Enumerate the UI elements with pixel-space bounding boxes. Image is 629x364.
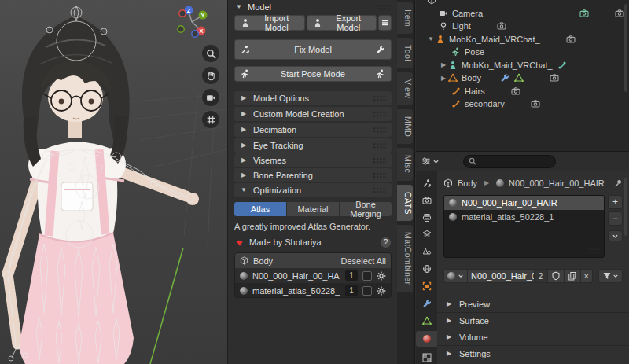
filter-button[interactable] [598, 269, 623, 283]
outliner-row-hairs[interactable]: Hairs [416, 85, 629, 98]
tab-texture[interactable] [416, 351, 437, 364]
tab-modifiers[interactable] [416, 297, 437, 310]
breadcrumb-object[interactable]: Body [458, 178, 477, 188]
material-slot-row[interactable]: material_atlas_50228_1 [444, 210, 604, 224]
material-slot-row[interactable]: N00_000_Hair_00_HAIR [444, 196, 604, 210]
material-checkbox[interactable] [362, 271, 372, 281]
section-bone-parenting[interactable]: ▶Bone Parenting [234, 168, 392, 182]
sidebar-tab-item[interactable]: Item [397, 2, 413, 34]
outliner-row-pose[interactable]: Pose [416, 46, 629, 59]
import-model-button[interactable]: Import Model [234, 15, 305, 31]
editor-type-button[interactable] [421, 156, 440, 166]
section-volume[interactable]: ▶Volume [437, 329, 629, 345]
outliner-row-armature-data[interactable]: ▶ MobKo_Maid_VRChat_ [416, 59, 629, 72]
export-model-button[interactable]: Export Model [307, 15, 377, 31]
help-button[interactable]: ? [380, 237, 392, 248]
disable-render-toggle[interactable] [531, 99, 540, 108]
search-box[interactable] [463, 155, 556, 168]
expand-arrow-icon[interactable]: ▶ [439, 61, 448, 68]
sidebar-tab-matcombiner[interactable]: MatCombiner [397, 225, 413, 292]
hide-viewport-toggle[interactable] [535, 73, 544, 83]
hide-viewport-toggle[interactable] [496, 86, 506, 96]
atlas-size-field[interactable]: 1 [345, 285, 358, 296]
gear-icon[interactable] [377, 286, 386, 296]
section-settings[interactable]: ▶Settings [437, 345, 629, 362]
material-checkbox[interactable] [362, 286, 372, 296]
section-custom-model-creation[interactable]: ▶Custom Model Creation [234, 107, 392, 121]
funnel-icon [602, 271, 612, 281]
tab-material[interactable]: Material [287, 202, 339, 216]
section-model-options[interactable]: ▶Model Options [234, 91, 392, 105]
tab-world[interactable] [416, 263, 437, 275]
material-users-count[interactable]: 2 [535, 269, 548, 283]
material-row[interactable]: material_atlas_50228_1 1 [235, 283, 391, 298]
section-eye-tracking[interactable]: ▶Eye Tracking [234, 138, 392, 153]
pan-button[interactable] [202, 67, 219, 84]
tab-output[interactable] [416, 211, 437, 224]
toggle-overlays-button[interactable] [202, 111, 219, 128]
sidebar-tab-cats[interactable]: CATS [397, 185, 413, 222]
hide-viewport-toggle[interactable] [482, 21, 491, 31]
outliner-row-armature[interactable]: ▼ MobKo_Maid_VRChat_ [416, 33, 629, 46]
camera-view-button[interactable] [202, 89, 219, 106]
outliner-scrollbar[interactable] [624, 4, 627, 92]
section-optimization[interactable]: ▼Optimization [234, 183, 392, 197]
disable-render-toggle[interactable] [497, 21, 506, 31]
sidebar-tab-misc[interactable]: Misc [397, 148, 413, 180]
sidebar-tab-view[interactable]: View [397, 72, 413, 105]
tab-scene[interactable] [416, 245, 437, 258]
section-preview[interactable]: ▶Preview [437, 296, 629, 312]
outliner-row-body[interactable]: ▶ Body [416, 72, 629, 85]
expand-arrow-icon[interactable]: ▶ [439, 75, 448, 82]
disable-render-toggle[interactable] [550, 73, 559, 83]
tab-object-data[interactable] [416, 314, 437, 327]
tab-atlas[interactable]: Atlas [234, 202, 286, 216]
unlink-material-button[interactable]: × [581, 269, 593, 283]
tab-object[interactable] [416, 280, 437, 292]
deselect-all-button[interactable]: Deselect All [341, 256, 386, 266]
atlas-size-field[interactable]: 1 [345, 270, 358, 281]
expand-arrow-icon[interactable]: ▼ [426, 35, 436, 42]
tab-tool[interactable] [416, 177, 437, 189]
list-resize-grip[interactable] [587, 248, 601, 255]
hide-viewport-toggle[interactable] [516, 99, 525, 108]
remove-slot-button[interactable]: − [608, 211, 623, 226]
search-input[interactable] [480, 156, 545, 166]
armature-data-icon [448, 61, 458, 70]
zoom-button[interactable] [202, 45, 219, 62]
section-visemes[interactable]: ▶Visemes [234, 153, 392, 167]
sidebar-tab-mmd[interactable]: MMD [397, 109, 413, 144]
hide-viewport-toggle[interactable] [600, 9, 609, 18]
pin-icon[interactable] [613, 178, 623, 188]
add-slot-button[interactable]: + [608, 195, 623, 209]
breadcrumb-material[interactable]: N00_000_Hair_00_HAIR [509, 178, 605, 188]
outliner-row-camera[interactable]: Camera [416, 7, 629, 20]
hide-viewport-toggle[interactable] [551, 35, 561, 44]
outliner-row-light[interactable]: Light [416, 20, 629, 33]
model-panel-header[interactable]: ▼ Model [234, 1, 392, 13]
properties-scrollbar[interactable] [624, 178, 627, 236]
new-material-button[interactable] [565, 269, 581, 283]
browse-material-button[interactable] [443, 269, 468, 283]
fix-model-button[interactable]: Fix Model [234, 39, 392, 60]
navigation-gizmo[interactable]: Z Y X [174, 4, 210, 40]
tab-material[interactable] [416, 331, 437, 347]
tab-view-layer[interactable] [416, 228, 437, 241]
gear-icon[interactable] [377, 271, 386, 281]
disable-render-toggle[interactable] [511, 86, 520, 96]
outliner-row-secondary[interactable]: secondary [416, 97, 629, 111]
material-row[interactable]: N00_000_Hair_00_HAIR 1 [235, 268, 391, 283]
fake-user-button[interactable] [548, 269, 565, 283]
3d-viewport[interactable]: Z Y X [0, 0, 227, 364]
tab-bone-merging[interactable]: Bone Merging [340, 202, 392, 216]
tab-render[interactable] [416, 194, 437, 207]
start-pose-mode-button[interactable]: Start Pose Mode [234, 66, 392, 82]
sidebar-tab-tool[interactable]: Tool [397, 38, 413, 68]
slot-specials-button[interactable] [608, 230, 623, 241]
export-options-button[interactable] [378, 15, 392, 31]
disable-render-toggle[interactable] [566, 35, 576, 44]
material-name-field[interactable]: N00_000_Hair_00_HA.. [468, 269, 535, 283]
section-decimation[interactable]: ▶Decimation [234, 123, 392, 137]
section-surface[interactable]: ▶Surface [437, 312, 629, 329]
disable-render-toggle[interactable] [615, 9, 624, 18]
